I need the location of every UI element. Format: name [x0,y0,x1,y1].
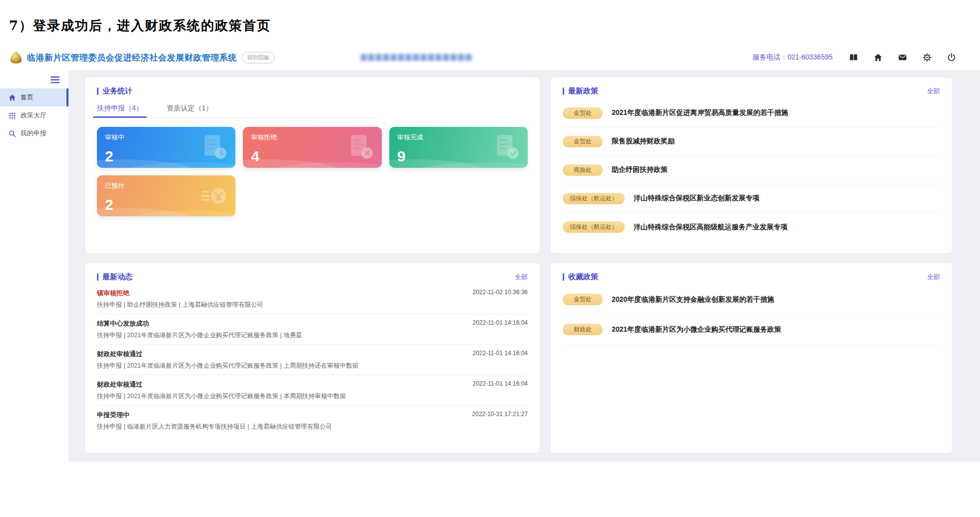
updates-all-link[interactable]: 全部 [515,273,528,282]
policies-all-link[interactable]: 全部 [927,87,940,96]
stat-value: 2 [105,196,113,213]
page-caption: 7）登录成功后，进入财政系统的政策首页 [0,0,980,34]
policy-title: 洋山特殊综合保税区新业态创新发展专项 [634,194,760,203]
favorite-policies-panel: 收藏政策 全部 金贸处 2020年度临港新片区支持金融业创新发展的若干措施 财政… [551,263,952,453]
policy-title: 2021年度临港新片区为小微企业购买代理记账服务政策 [612,325,781,334]
sidebar-item-policy-hall[interactable]: 政策大厅 [0,106,68,124]
blurred-company-name [361,54,473,61]
system-logo-icon [9,51,23,64]
tab-qualification[interactable]: 资质认定（1） [167,104,213,117]
panel-title: 最新政策 [568,86,598,96]
sidebar-item-label: 政策大厅 [20,111,46,120]
panel-title: 业务统计 [102,86,132,96]
service-phone: 服务电话：021-60336595 [753,53,833,62]
update-item[interactable]: 财政处审核通过2022-11-01 14:16:04 扶持申报 | 2021年度… [97,345,528,375]
dept-badge: 金贸处 [563,294,603,305]
book-icon[interactable] [849,53,858,62]
update-item[interactable]: 镇审核拒绝2022-11-02 10:36:36 扶持申报 | 助企纾困扶持政策… [97,284,528,314]
update-detail: 扶持申报 | 临港新片区人力资源服务机构专项扶持项目 | 上海君融供应链管理有限… [97,423,528,431]
menu-collapse-icon[interactable] [0,70,68,88]
sidebar-item-label: 我的申报 [20,129,46,138]
update-time: 2022-10-31 17:21:27 [472,411,528,418]
policy-item[interactable]: 综保处（航运处） 洋山特殊综合保税区高能级航运服务产业发展专项 [563,213,940,241]
update-status: 财政处审核通过 [97,380,142,389]
title-bar-decoration [97,273,98,281]
update-time: 2022-11-01 14:16:04 [472,319,528,326]
policy-item[interactable]: 金贸处 2021年度临港新片区促进离岸贸易高质量发展的若干措施 [563,99,940,127]
home-icon [8,94,16,101]
policy-item[interactable]: 金贸处 2020年度临港新片区支持金融业创新发展的若干措施 [563,285,940,315]
update-time: 2022-11-02 10:36:36 [472,289,528,296]
stats-tabs: 扶持申报（4） 资质认定（1） [97,104,377,118]
update-time: 2022-11-01 14:16:04 [472,380,528,387]
policy-item[interactable]: 商旅处 助企纾困扶持政策 [563,156,940,184]
update-detail: 扶持申报 | 2021年度临港新片区为小微企业购买代理记账服务政策 | 地勇星 [97,331,528,340]
policy-title: 2020年度临港新片区支持金融业创新发展的若干措施 [612,295,774,304]
latest-updates-panel: 最新动态 全部 镇审核拒绝2022-11-02 10:36:36 扶持申报 | … [85,263,540,453]
policy-title: 洋山特殊综合保税区高能级航运服务产业发展专项 [634,223,788,232]
policy-title: 限售股减持财政奖励 [612,137,675,146]
update-status: 申报受理中 [97,411,129,420]
sidebar-item-label: 首页 [20,93,33,102]
update-item[interactable]: 申报受理中2022-10-31 17:21:27 扶持申报 | 临港新片区人力资… [97,406,528,436]
policy-title: 2021年度临港新片区促进离岸贸易高质量发展的若干措施 [612,108,788,117]
dept-badge: 综保处（航运处） [563,193,625,204]
power-icon[interactable] [947,53,956,62]
sidebar-item-home[interactable]: 首页 [0,88,68,106]
update-detail: 扶持申报 | 2021年度临港新片区为小微企业购买代理记账服务政策 | 上周期扶… [97,362,528,370]
search-icon [8,130,16,137]
stat-card-completed[interactable]: 审核完成 9 [389,127,528,168]
policy-item[interactable]: 金贸处 限售股减持财政奖励 [563,127,940,156]
sidebar: 首页 政策大厅 我的申报 [0,70,68,462]
stat-card-in-review[interactable]: 审核中 2 [97,127,235,168]
app-header: 临港新片区管理委员会促进经济社会发展财政管理系统 回到旧版 服务电话：021-6… [0,44,980,70]
dept-badge: 金贸处 [563,136,603,147]
update-detail: 扶持申报 | 助企纾困扶持政策 | 上海君融供应链管理有限公司 [97,301,528,309]
update-status: 财政处审核通过 [97,350,142,359]
doc-check-icon [493,133,521,161]
title-bar-decoration [563,273,564,281]
dept-badge: 商旅处 [563,164,603,176]
update-time: 2022-11-01 14:16:04 [472,350,528,357]
business-stats-panel: 业务统计 扶持申报（4） 资质认定（1） 审核中 2 审核拒绝 [85,77,540,253]
panel-title: 最新动态 [102,272,132,282]
dept-badge: 金贸处 [563,107,603,119]
stat-card-prepaid[interactable]: 已预付 2 [97,175,235,216]
update-status: 结算中心发放成功 [97,319,149,328]
title-bar-decoration [563,87,564,95]
policy-item[interactable]: 财政处 2021年度临港新片区为小微企业购买代理记账服务政策 [563,315,940,345]
update-item[interactable]: 财政处审核通过2022-11-01 14:16:04 扶持申报 | 2021年度… [97,375,528,406]
policy-item[interactable]: 综保处（航运处） 洋山特殊综合保税区新业态创新发展专项 [563,184,940,213]
stat-card-rejected[interactable]: 审核拒绝 4 [243,127,381,168]
stat-value: 2 [105,148,113,165]
update-detail: 扶持申报 | 2021年度临港新片区为小微企业购买代理记账服务政策 | 本周期扶… [97,392,528,401]
gear-icon[interactable] [923,53,932,62]
doc-x-icon [347,133,375,161]
favorites-all-link[interactable]: 全部 [927,273,940,282]
sidebar-item-my-declarations[interactable]: 我的申报 [0,124,68,142]
coin-fly-icon [200,181,228,209]
dept-badge: 综保处（航运处） [563,221,625,233]
stat-value: 4 [251,148,259,165]
dept-badge: 财政处 [563,324,603,335]
grid-icon [8,112,16,119]
update-item[interactable]: 结算中心发放成功2022-11-01 14:16:04 扶持申报 | 2021年… [97,314,528,345]
back-to-old-version-button[interactable]: 回到旧版 [242,52,275,63]
tab-support-declaration[interactable]: 扶持申报（4） [97,104,143,117]
system-title: 临港新片区管理委员会促进经济社会发展财政管理系统 [27,52,237,63]
policy-title: 助企纾困扶持政策 [612,165,668,174]
panel-title: 收藏政策 [568,272,598,282]
update-status: 镇审核拒绝 [97,289,129,298]
main-content: 业务统计 扶持申报（4） 资质认定（1） 审核中 2 审核拒绝 [68,70,980,462]
latest-policies-panel: 最新政策 全部 金贸处 2021年度临港新片区促进离岸贸易高质量发展的若干措施 … [551,77,952,253]
home-icon[interactable] [874,53,883,62]
mail-icon[interactable] [898,53,907,62]
title-bar-decoration [97,87,98,95]
doc-clock-icon [200,133,228,161]
stat-value: 9 [397,148,406,165]
